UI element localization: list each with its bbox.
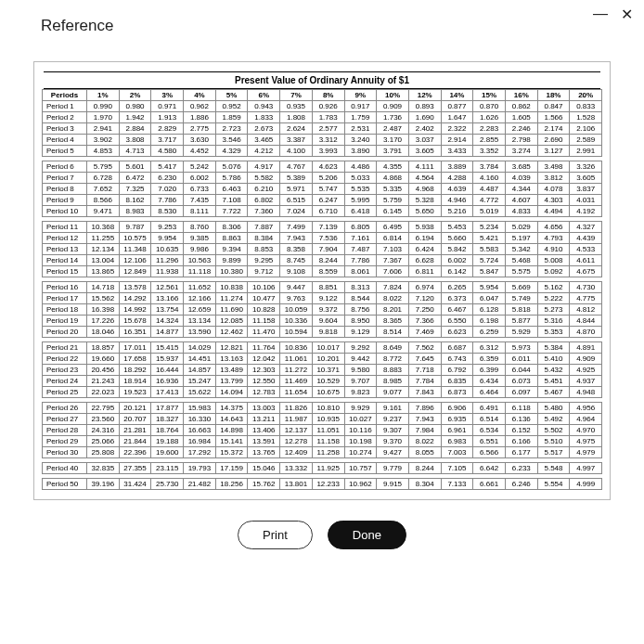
value-cell: 4.623 [312,161,344,173]
value-cell: 7.105 [441,463,473,474]
value-cell: 1.626 [473,112,506,123]
value-cell: 6.312 [473,342,506,354]
col-header-rate: 15% [473,90,506,101]
value-cell: 4.078 [537,184,570,195]
value-cell: 18.292 [119,365,151,376]
value-cell: 9.471 [87,206,120,217]
value-cell: 5.954 [473,282,506,293]
value-cell: 11.652 [184,282,216,293]
value-cell: 14.643 [215,414,248,425]
value-cell: 5.554 [537,479,570,490]
value-cell: 6.136 [505,414,537,425]
value-cell: 6.198 [473,316,506,327]
value-cell: 4.833 [505,206,537,217]
value-cell: 13.765 [248,447,280,458]
value-cell: 5.384 [537,342,570,354]
value-cell: 8.306 [215,222,248,233]
value-cell: 6.142 [441,266,473,277]
value-cell: 12.085 [215,316,248,327]
value-cell: 3.433 [441,146,473,157]
value-cell: 6.628 [408,255,441,266]
value-cell: 10.368 [87,222,120,233]
value-cell: 3.037 [408,135,441,146]
value-cell: 4.192 [570,206,602,217]
print-button[interactable]: Print [238,521,313,549]
period-label: Period 21 [43,342,87,354]
col-header-rate: 1% [87,90,120,101]
value-cell: 7.367 [377,255,409,266]
value-cell: 32.835 [87,463,120,474]
value-cell: 8.111 [184,206,216,217]
value-cell: 8.544 [344,293,377,304]
value-cell: 8.201 [377,304,409,316]
value-cell: 12.783 [248,387,280,398]
value-cell: 6.642 [473,463,506,474]
value-cell: 18.046 [87,327,120,338]
value-cell: 4.564 [408,173,441,184]
value-cell: 6.002 [441,255,473,266]
value-cell: 7.786 [344,255,377,266]
value-cell: 6.728 [87,173,120,184]
value-cell: 9.915 [377,479,409,490]
value-cell: 8.365 [377,316,409,327]
value-cell: 9.580 [344,365,377,376]
done-button[interactable]: Done [328,521,406,549]
value-cell: 3.993 [312,146,344,157]
value-cell: 17.413 [151,387,184,398]
value-cell: 14.877 [151,327,184,338]
period-label: Period 5 [43,146,87,157]
value-cell: 8.162 [119,195,151,206]
value-cell: 3.387 [280,135,313,146]
value-cell: 1.690 [408,112,441,123]
value-cell: 2.673 [248,123,280,135]
value-cell: 1.736 [377,112,409,123]
value-cell: 11.255 [87,233,120,244]
value-cell: 8.022 [377,293,409,304]
value-cell: 13.754 [151,304,184,316]
value-cell: 11.061 [280,354,313,365]
value-cell: 7.824 [377,282,409,293]
value-cell: 0.926 [312,101,344,112]
value-cell: 12.821 [215,342,248,354]
table-row: Period 5039.19631.42425.73021.48218.2561… [43,479,602,490]
value-cell: 5.583 [473,244,506,255]
value-cell: 15.141 [215,436,248,447]
close-icon[interactable]: ✕ [621,6,633,23]
minimize-icon[interactable]: — [593,6,608,23]
value-cell: 11.470 [248,327,280,338]
value-cell: 6.792 [441,365,473,376]
value-cell: 11.274 [215,293,248,304]
period-label: Period 25 [43,387,87,398]
value-cell: 10.106 [248,282,280,293]
value-cell: 6.177 [505,447,537,458]
value-cell: 6.247 [312,195,344,206]
table-row: Period 1513.86512.84911.93811.11810.3809… [43,266,602,277]
value-cell: 14.451 [184,354,216,365]
value-cell: 7.645 [408,354,441,365]
value-cell: 4.639 [441,184,473,195]
value-cell: 9.370 [377,436,409,447]
value-cell: 6.194 [408,233,441,244]
value-cell: 0.893 [408,101,441,112]
value-cell: 4.772 [473,195,506,206]
value-cell: 4.288 [441,173,473,184]
value-cell: 10.274 [344,447,377,458]
value-cell: 7.161 [344,233,377,244]
value-cell: 8.244 [312,255,344,266]
value-cell: 3.791 [377,146,409,157]
value-cell: 11.348 [119,244,151,255]
value-cell: 3.812 [537,173,570,184]
col-header-rate: 2% [119,90,151,101]
value-cell: 17.159 [215,463,248,474]
value-cell: 7.250 [408,304,441,316]
value-cell: 6.983 [441,436,473,447]
value-cell: 13.799 [215,376,248,387]
value-cell: 5.995 [344,195,377,206]
value-cell: 6.464 [473,387,506,398]
value-cell: 5.222 [537,293,570,304]
period-label: Period 10 [43,206,87,217]
value-cell: 11.158 [312,436,344,447]
value-cell: 11.118 [184,266,216,277]
value-cell: 13.134 [184,316,216,327]
value-cell: 10.594 [280,327,313,338]
